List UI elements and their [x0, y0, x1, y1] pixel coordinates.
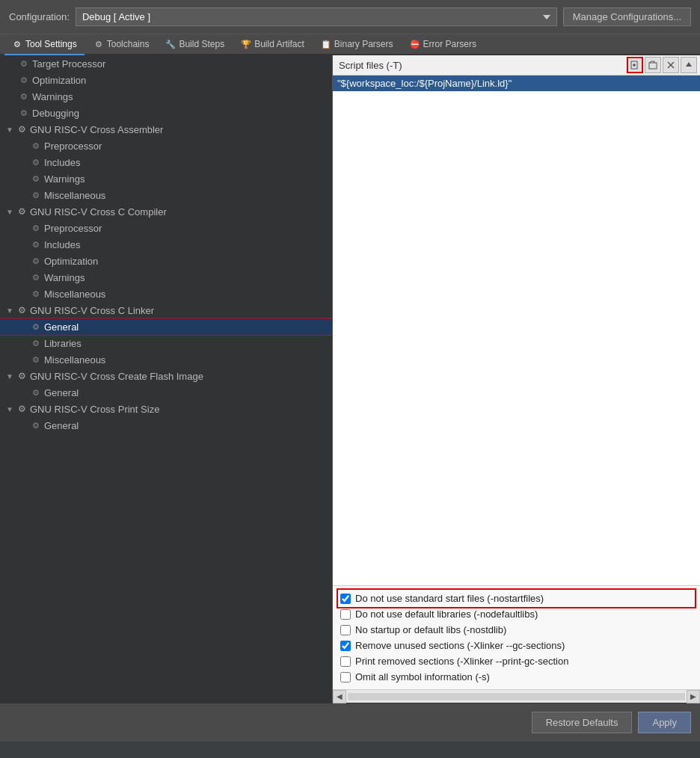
tree-label: General	[44, 321, 79, 333]
tree-item-gnu-cross-assembler[interactable]: ▼ GNU RISC-V Cross Assembler	[0, 121, 332, 138]
no-startfiles-label: Do not use standard start files (-nostar…	[355, 593, 544, 604]
tree-label: Target Processor	[32, 58, 105, 70]
tree-item-flash-general[interactable]: General	[0, 384, 332, 401]
script-files-header: Script files (-T)	[333, 55, 700, 76]
no-defaultlibs-label: Do not use default libraries (-nodefault…	[355, 608, 538, 620]
tab-error-parsers-label: Error Parsers	[423, 39, 476, 49]
checkbox-no-startfiles-row: Do not use standard start files (-nostar…	[339, 591, 694, 606]
restore-defaults-button[interactable]: Restore Defaults	[532, 712, 633, 733]
tree-item-debugging[interactable]: Debugging	[0, 105, 332, 121]
gear-icon	[18, 107, 30, 119]
tree-label: GNU RISC-V Cross C Compiler	[30, 206, 167, 218]
tab-toolchains[interactable]: ⚙ Toolchains	[86, 34, 157, 55]
remove-button[interactable]	[663, 57, 679, 73]
tree-label: General	[44, 387, 79, 398]
add-file-button[interactable]	[627, 57, 643, 73]
no-stdlib-label: No startup or default libs (-nostdlib)	[355, 624, 506, 635]
script-files-list: "${workspace_loc:/${ProjName}/Link.ld}"	[333, 76, 700, 585]
manage-configurations-button[interactable]: Manage Configurations...	[563, 7, 691, 26]
omit-symbols-checkbox[interactable]	[340, 672, 351, 682]
add-file-icon	[630, 61, 639, 70]
gear-icon	[30, 288, 42, 300]
omit-symbols-label: Omit all symbol information (-s)	[355, 671, 490, 682]
tree-item-warnings[interactable]: Warnings	[0, 88, 332, 105]
chevron-down-icon: ▼	[6, 372, 13, 380]
tab-binary-parsers[interactable]: 📋 Binary Parsers	[313, 34, 401, 55]
tree-item-asm-includes[interactable]: Includes	[0, 154, 332, 170]
print-gc-checkbox[interactable]	[340, 656, 351, 667]
tree-label: Preprocessor	[44, 223, 102, 234]
gear-icon	[30, 238, 42, 250]
gear-icon	[30, 337, 42, 349]
tree-item-cc-misc[interactable]: Miscellaneous	[0, 286, 332, 302]
tree-item-gnu-print-size[interactable]: ▼ GNU RISC-V Cross Print Size	[0, 401, 332, 417]
tabs-bar: ⚙ Tool Settings ⚙ Toolchains 🔧 Build Ste…	[0, 34, 700, 55]
no-startfiles-checkbox[interactable]	[340, 594, 351, 604]
move-up-button[interactable]	[681, 57, 697, 73]
tree-label: Miscellaneous	[44, 190, 105, 201]
scroll-left-arrow[interactable]: ◀	[333, 690, 346, 703]
remove-icon	[666, 61, 675, 70]
gear-icon	[18, 74, 30, 86]
gear-icon	[30, 173, 42, 185]
chevron-down-icon: ▼	[6, 306, 13, 315]
tree-label: General	[44, 420, 79, 431]
tree-item-cc-includes[interactable]: Includes	[0, 236, 332, 253]
bottom-bar: Restore Defaults Apply	[0, 703, 700, 742]
gear-icon	[30, 354, 42, 366]
tree-label: Debugging	[32, 108, 79, 119]
gear-icon	[30, 255, 42, 267]
tree-item-target-processor[interactable]: Target Processor	[0, 55, 332, 72]
horizontal-scrollbar[interactable]: ◀ ▶	[333, 689, 700, 703]
scroll-track[interactable]	[348, 693, 685, 700]
tree-label: Optimization	[44, 256, 98, 267]
tab-error-parsers[interactable]: ⛔ Error Parsers	[402, 34, 484, 55]
error-parsers-icon: ⛔	[410, 39, 420, 49]
config-label: Configuration:	[9, 11, 70, 22]
gear-icon	[16, 304, 28, 316]
scroll-right-arrow[interactable]: ▶	[687, 690, 700, 703]
gear-icon	[30, 386, 42, 398]
no-stdlib-checkbox[interactable]	[340, 625, 351, 635]
tab-toolchains-label: Toolchains	[107, 39, 150, 49]
svg-rect-3	[649, 63, 657, 69]
tree-item-gnu-cross-c-linker[interactable]: ▼ GNU RISC-V Cross C Linker	[0, 302, 332, 318]
tree-item-cc-preprocessor[interactable]: Preprocessor	[0, 220, 332, 236]
tree-item-cc-optimization[interactable]: Optimization	[0, 253, 332, 269]
tree-item-asm-misc[interactable]: Miscellaneous	[0, 187, 332, 203]
no-defaultlibs-checkbox[interactable]	[340, 609, 351, 620]
tree-item-print-general[interactable]: General	[0, 417, 332, 434]
tree-item-linker-general[interactable]: General	[0, 318, 332, 335]
gc-sections-checkbox[interactable]	[340, 641, 351, 651]
tree-item-gnu-flash-image[interactable]: ▼ GNU RISC-V Cross Create Flash Image	[0, 368, 332, 384]
tree-label: Libraries	[44, 338, 82, 349]
tree-item-asm-preprocessor[interactable]: Preprocessor	[0, 138, 332, 154]
build-steps-icon: 🔧	[165, 39, 176, 49]
tree-item-linker-libraries[interactable]: Libraries	[0, 335, 332, 351]
tab-build-steps[interactable]: 🔧 Build Steps	[158, 34, 232, 55]
tab-build-artifact[interactable]: 🏆 Build Artifact	[233, 34, 312, 55]
gear-icon	[30, 419, 42, 431]
script-file-item[interactable]: "${workspace_loc:/${ProjName}/Link.ld}"	[333, 76, 700, 91]
script-files-label: Script files (-T)	[336, 58, 625, 73]
tree-item-gnu-cross-c-compiler[interactable]: ▼ GNU RISC-V Cross C Compiler	[0, 203, 332, 220]
checkbox-omit-symbols-row: Omit all symbol information (-s)	[339, 669, 694, 685]
tree-item-asm-warnings[interactable]: Warnings	[0, 170, 332, 187]
tree-item-optimization[interactable]: Optimization	[0, 72, 332, 88]
gear-icon	[30, 140, 42, 152]
tree-label: GNU RISC-V Cross Print Size	[30, 404, 159, 415]
tree-item-cc-warnings[interactable]: Warnings	[0, 269, 332, 286]
checkbox-gc-sections-row: Remove unused sections (-Xlinker --gc-se…	[339, 638, 694, 653]
tab-build-steps-label: Build Steps	[179, 39, 224, 49]
apply-button[interactable]: Apply	[638, 712, 691, 733]
tab-tool-settings[interactable]: ⚙ Tool Settings	[4, 34, 85, 55]
chevron-down-icon: ▼	[6, 208, 13, 216]
tree-label: Warnings	[44, 272, 85, 283]
tree-item-linker-misc[interactable]: Miscellaneous	[0, 351, 332, 368]
add-workspace-button[interactable]	[645, 57, 661, 73]
config-select[interactable]: Debug [ Active ]	[76, 7, 557, 26]
gear-icon	[16, 123, 28, 135]
binary-parsers-icon: 📋	[321, 39, 331, 49]
gear-icon	[30, 222, 42, 234]
tab-tool-settings-label: Tool Settings	[25, 39, 77, 49]
